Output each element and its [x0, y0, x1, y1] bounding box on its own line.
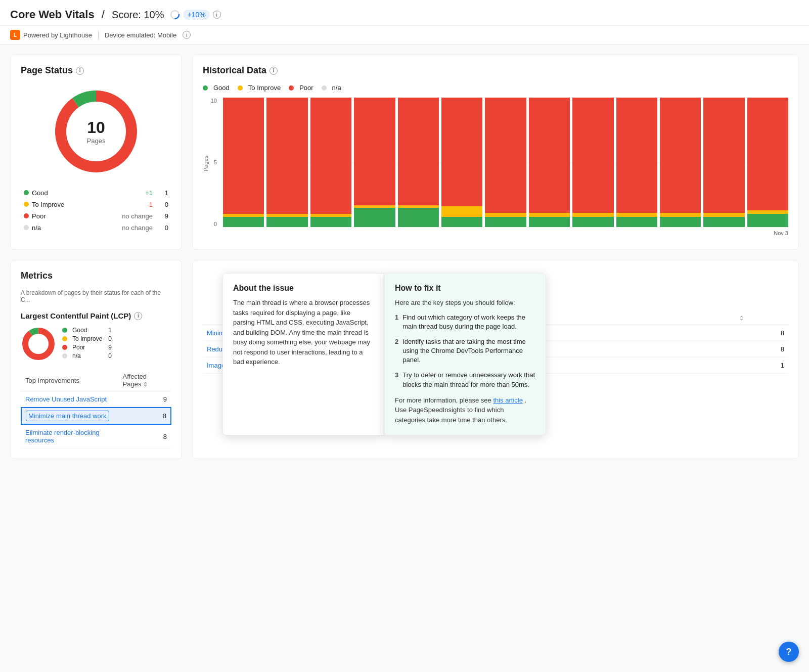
x-label-nov3: Nov 3	[774, 230, 788, 236]
improvement-count: 8	[119, 408, 171, 424]
page-status-title: Page Status i	[21, 65, 171, 76]
sort-icon[interactable]: ⇕	[143, 381, 148, 387]
bar-group	[485, 98, 526, 227]
historical-chart-legend: GoodTo ImprovePoorn/a	[203, 84, 788, 92]
powered-by-text: Powered by Lighthouse	[23, 31, 92, 39]
about-issue-panel: About the issue The main thread is where…	[222, 273, 384, 435]
x-labels: Nov 3	[223, 227, 788, 239]
legend-label: Poor	[21, 210, 96, 222]
page-title: Core Web Vitals / Score: 10%	[10, 8, 164, 21]
fix-step: 1Find out which category of work keeps t…	[395, 313, 535, 331]
metrics-subtitle: A breakdown of pages by their status for…	[21, 289, 171, 303]
improvements-section: Top Improvements Affected Pages ⇕ Remove…	[21, 370, 171, 449]
bar-group	[441, 98, 482, 227]
legend-change: +1	[96, 187, 156, 199]
lcp-legend: Good1To Improve0Poor9n/a0	[62, 327, 112, 361]
hist-legend-item: n/a	[322, 84, 341, 92]
improvement-row: Minimize main thread work 8	[21, 408, 171, 424]
bar-group	[616, 98, 657, 227]
about-issue-title: About the issue	[233, 284, 374, 293]
how-to-fix-panel: How to fix it Here are the key steps you…	[384, 273, 546, 435]
bar-group	[310, 98, 351, 227]
top-improvements-header: Top Improvements	[21, 370, 119, 391]
bars-wrapper	[223, 98, 788, 227]
lighthouse-icon: L	[10, 30, 20, 40]
legend-label: n/a	[21, 222, 96, 234]
legend-label: To Improve	[21, 199, 96, 210]
affected-pages-header: Affected Pages ⇕	[119, 370, 171, 391]
fix-step: 2Identify tasks that are taking the most…	[395, 337, 535, 365]
legend-change: -1	[96, 199, 156, 210]
metrics-title: Metrics	[21, 271, 171, 281]
fix-step: 3Try to defer or remove unnecessary work…	[395, 371, 535, 389]
right-improvement-count: 8	[735, 325, 788, 341]
score-spinner-icon	[170, 10, 180, 20]
donut-center: 10 Pages	[87, 118, 106, 145]
donut-chart-container: 10 Pages	[21, 86, 171, 177]
metrics-card: Metrics A breakdown of pages by their st…	[10, 260, 182, 459]
hist-legend-item: To Improve	[238, 84, 281, 92]
bar-group	[354, 98, 395, 227]
page-status-info-icon[interactable]: i	[76, 67, 84, 75]
page-status-legend: Good +1 1 To Improve -1 0 Poor no change…	[21, 187, 171, 234]
article-link[interactable]: this article	[493, 396, 523, 404]
improvements-table: Top Improvements Affected Pages ⇕ Remove…	[21, 370, 171, 449]
bar-group	[223, 98, 264, 227]
y-axis-label: Pages	[203, 156, 209, 171]
title-text: Core Web Vitals	[10, 8, 95, 21]
lcp-donut	[21, 326, 56, 362]
subheader: L Powered by Lighthouse Device emulated:…	[0, 26, 809, 44]
page-status-card: Page Status i 10 Pages Good +1 1	[10, 55, 182, 250]
historical-data-title: Historical Data i	[203, 65, 788, 76]
how-to-fix-footer: For more information, please see this ar…	[395, 395, 535, 425]
improvement-name[interactable]: Remove Unused JavaScript	[21, 391, 119, 408]
score-label: Score: 10%	[112, 9, 164, 20]
donut-number: 10	[87, 118, 106, 137]
lighthouse-badge: L Powered by Lighthouse	[10, 30, 92, 40]
legend-change: no change	[96, 222, 156, 234]
improvement-count: 9	[119, 391, 171, 408]
how-to-fix-title: How to fix it	[395, 284, 535, 293]
device-label: Device emulated: Mobile	[105, 31, 176, 39]
lcp-legend-item: n/a0	[62, 352, 112, 360]
how-to-fix-steps: 1Find out which category of work keeps t…	[395, 313, 535, 389]
subheader-divider	[98, 31, 99, 39]
historical-info-icon[interactable]: i	[269, 67, 278, 75]
improvement-row: Eliminate render-blocking resources 8	[21, 424, 171, 449]
svg-point-5	[25, 331, 52, 357]
historical-data-card: Historical Data i GoodTo ImprovePoorn/a …	[192, 55, 799, 250]
improvement-count: 8	[119, 424, 171, 449]
bar-group	[572, 98, 613, 227]
device-info-icon[interactable]: i	[183, 31, 191, 39]
header-info-icon[interactable]: i	[213, 11, 221, 19]
legend-count: 1	[156, 187, 171, 199]
improvement-name[interactable]: Eliminate render-blocking resources	[21, 424, 119, 449]
about-issue-text: The main thread is where a browser proce…	[233, 298, 374, 367]
header: Core Web Vitals / Score: 10% +10% i	[0, 0, 809, 26]
bar-group	[703, 98, 744, 227]
bar-group	[747, 98, 788, 227]
lcp-legend-item: Good1	[62, 327, 112, 334]
donut-label: Pages	[87, 137, 106, 145]
lcp-title: Largest Contentful Paint (LCP) i	[21, 311, 171, 320]
how-to-fix-intro: Here are the key steps you should follow…	[395, 298, 535, 308]
lcp-legend-item: Poor9	[62, 344, 112, 351]
score-change-badge: +10%	[183, 10, 209, 20]
lcp-legend-item: To Improve0	[62, 335, 112, 342]
improvement-row: Remove Unused JavaScript 9	[21, 391, 171, 408]
tooltip-container[interactable]: About the issue The main thread is where…	[222, 273, 546, 435]
lcp-info-icon[interactable]: i	[134, 312, 142, 320]
right-affected-header: ⇕	[735, 311, 788, 325]
bar-group	[266, 98, 307, 227]
improvement-name[interactable]: Minimize main thread work	[21, 408, 119, 424]
right-improvement-count: 8	[735, 341, 788, 357]
legend-change: no change	[96, 210, 156, 222]
bar-group	[398, 98, 439, 227]
right-sort-icon[interactable]: ⇕	[739, 315, 744, 321]
lcp-chart: Good1To Improve0Poor9n/a0	[21, 326, 171, 362]
legend-count: 0	[156, 222, 171, 234]
hist-legend-item: Poor	[289, 84, 313, 92]
legend-label: Good	[21, 187, 96, 199]
bar-group	[529, 98, 570, 227]
historical-chart-wrapper: 10 5 0 Pages Nov 3	[203, 98, 788, 239]
